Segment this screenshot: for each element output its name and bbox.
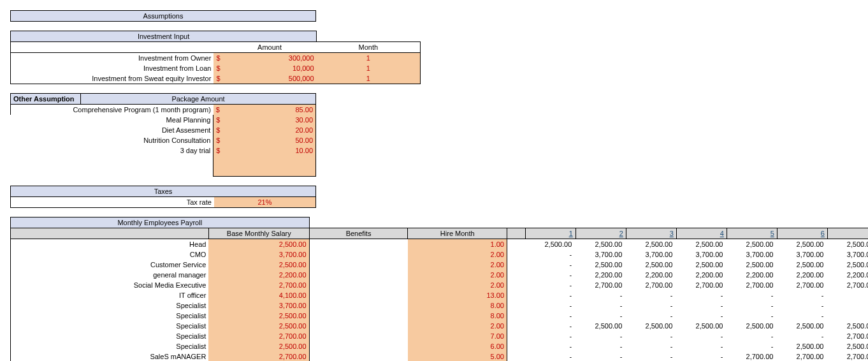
payroll-hire[interactable]: 2.00 [408, 270, 507, 280]
payroll-salary[interactable]: 3,700.00 [208, 300, 309, 311]
payroll-role: Social Media Executive [11, 280, 209, 290]
payroll-month-value: - [727, 311, 777, 321]
payroll-month-value: - [575, 300, 626, 311]
payroll-month-value: - [777, 290, 827, 300]
payroll-month-value: - [626, 341, 676, 351]
payroll-hire[interactable]: 2.00 [408, 260, 507, 270]
payroll-hire[interactable]: 6.00 [408, 341, 507, 351]
payroll-block: Monthly Employees Payroll Base Monthly S… [10, 217, 868, 361]
package-amount[interactable]: 30.00 [222, 115, 315, 125]
payroll-month-value: - [575, 351, 626, 361]
payroll-month-value: - [727, 331, 777, 341]
package-amount[interactable]: 10.00 [222, 145, 315, 156]
payroll-month-value: - [526, 351, 576, 361]
payroll-hire[interactable]: 5.00 [408, 351, 507, 361]
payroll-month-value: - [526, 331, 576, 341]
payroll-month-value: 2,500.00 [827, 341, 868, 351]
payroll-salary[interactable]: 4,100.00 [208, 290, 309, 300]
payroll-month-value: - [777, 300, 827, 311]
investment-month[interactable]: 1 [317, 73, 421, 84]
payroll-month-value: 2,200.00 [676, 270, 727, 280]
payroll-month-value: 2,700.00 [777, 280, 827, 290]
payroll-month-value: - [526, 311, 576, 321]
investment-amount[interactable]: 10,000 [223, 63, 317, 73]
package-label: Meal Planning [11, 115, 213, 125]
payroll-salary[interactable]: 2,700.00 [208, 280, 309, 290]
payroll-salary[interactable]: 2,500.00 [208, 260, 309, 270]
payroll-month-value: 2,200.00 [727, 270, 777, 280]
payroll-month-value: 2,700.00 [827, 331, 868, 341]
payroll-month-value: 2,700.00 [575, 280, 626, 290]
package-amount[interactable]: 20.00 [222, 125, 315, 135]
payroll-month-value: - [777, 331, 827, 341]
investment-label: Investment from Loan [11, 63, 214, 73]
currency-symbol: $ [213, 125, 223, 135]
taxes-block: Taxes Tax rate 21% [10, 186, 868, 208]
payroll-hire[interactable]: 8.00 [408, 300, 507, 311]
investment-amount[interactable]: 300,000 [223, 53, 317, 64]
payroll-month-value: 2,500.00 [727, 260, 777, 270]
payroll-role: Specialist [11, 311, 209, 321]
currency-symbol: $ [213, 63, 222, 73]
payroll-month-value: - [727, 341, 777, 351]
payroll-header: Monthly Employees Payroll [11, 217, 310, 228]
payroll-month-value: 2,500.00 [676, 239, 727, 250]
payroll-month-value: 2,500.00 [727, 321, 777, 331]
payroll-month-value: - [626, 290, 676, 300]
payroll-month-value: - [777, 311, 827, 321]
payroll-salary[interactable]: 2,700.00 [208, 331, 309, 341]
payroll-month-value: - [676, 311, 727, 321]
payroll-month-value: 2,500.00 [777, 260, 827, 270]
payroll-month-value: 2,500.00 [626, 260, 676, 270]
currency-symbol: $ [213, 115, 223, 125]
investment-month[interactable]: 1 [317, 53, 421, 64]
payroll-hire[interactable]: 2.00 [408, 280, 507, 290]
currency-symbol: $ [213, 53, 222, 64]
payroll-hire[interactable]: 2.00 [408, 249, 507, 260]
col-amount: Amount [223, 42, 317, 53]
month-header: 2 [575, 228, 626, 239]
payroll-salary[interactable]: 2,500.00 [208, 239, 309, 250]
payroll-month-value: 3,700.00 [575, 249, 626, 260]
month-header: 3 [626, 228, 676, 239]
payroll-hire[interactable]: 8.00 [408, 311, 507, 321]
payroll-month-value: - [626, 300, 676, 311]
payroll-role: SaleS mANAGER [11, 351, 209, 361]
payroll-month-value: 2,700.00 [827, 280, 868, 290]
month-header: 4 [676, 228, 727, 239]
tax-rate-label: Tax rate [11, 197, 214, 208]
tax-rate-value[interactable]: 21% [214, 197, 316, 208]
payroll-month-value: - [526, 341, 576, 351]
investment-month[interactable]: 1 [317, 63, 421, 73]
payroll-month-value: 2,500.00 [827, 321, 868, 331]
payroll-month-value: - [676, 331, 727, 341]
payroll-month-value: 2,500.00 [777, 239, 827, 250]
currency-symbol: $ [213, 135, 223, 145]
payroll-role: Customer Service [11, 260, 209, 270]
payroll-salary[interactable]: 3,700.00 [208, 249, 309, 260]
payroll-role: general manager [11, 270, 209, 280]
payroll-salary[interactable]: 2,500.00 [208, 321, 309, 331]
payroll-month-value: 2,500.00 [575, 321, 626, 331]
investment-amount[interactable]: 500,000 [223, 73, 317, 84]
payroll-salary[interactable]: 2,700.00 [208, 351, 309, 361]
payroll-month-value: - [727, 290, 777, 300]
payroll-month-value: 2,700.00 [626, 280, 676, 290]
package-amount[interactable]: 50.00 [222, 135, 315, 145]
payroll-salary[interactable]: 2,500.00 [208, 311, 309, 321]
payroll-month-value: - [676, 351, 727, 361]
payroll-hire[interactable]: 2.00 [408, 321, 507, 331]
payroll-hire[interactable]: 7.00 [408, 331, 507, 341]
payroll-month-value: - [575, 331, 626, 341]
payroll-hire[interactable]: 13.00 [408, 290, 507, 300]
payroll-salary[interactable]: 2,500.00 [208, 341, 309, 351]
payroll-month-value: - [827, 290, 868, 300]
package-amount[interactable] [222, 166, 315, 177]
package-amount[interactable]: 85.00 [222, 105, 315, 115]
payroll-salary[interactable]: 2,200.00 [208, 270, 309, 280]
payroll-month-value: - [526, 249, 576, 260]
col-hire: Hire Month [408, 228, 507, 239]
payroll-month-value: - [626, 311, 676, 321]
payroll-hire[interactable]: 1.00 [408, 239, 507, 250]
package-amount[interactable] [222, 156, 315, 166]
